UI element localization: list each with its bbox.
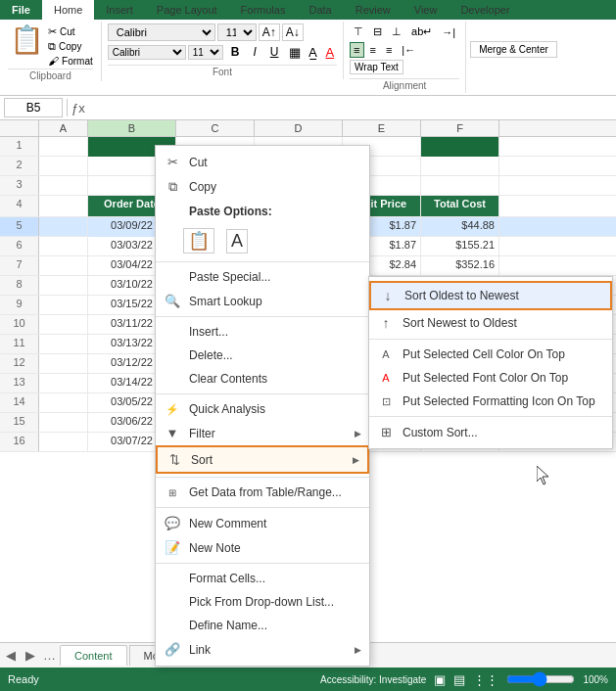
col-header-f[interactable]: F bbox=[421, 120, 499, 136]
sheet-nav-right[interactable]: ▶ bbox=[22, 645, 39, 666]
underline-button[interactable]: U bbox=[264, 43, 285, 61]
tab-review[interactable]: Review bbox=[344, 0, 403, 20]
sheet-tab-content[interactable]: Content bbox=[60, 645, 127, 666]
cell-reference-input[interactable] bbox=[4, 98, 63, 117]
col-header-c[interactable]: C bbox=[176, 120, 255, 136]
merge-center-button[interactable]: Merge & Center bbox=[470, 41, 557, 58]
function-icon[interactable]: ƒx bbox=[71, 101, 85, 115]
cell-a5[interactable] bbox=[39, 217, 88, 237]
tab-data[interactable]: Data bbox=[297, 0, 343, 20]
decrease-indent-button[interactable]: |← bbox=[398, 42, 419, 58]
cell-a11[interactable] bbox=[39, 335, 88, 354]
submenu-item-font-color[interactable]: A Put Selected Font Color On Top bbox=[369, 366, 612, 390]
tab-developer[interactable]: Developer bbox=[449, 0, 521, 20]
cell-f1[interactable] bbox=[421, 137, 499, 157]
menu-item-define-name[interactable]: Define Name... bbox=[156, 614, 369, 637]
menu-item-copy[interactable]: ⧉ Copy bbox=[156, 174, 369, 200]
cell-a3[interactable] bbox=[39, 176, 88, 196]
cell-a14[interactable] bbox=[39, 393, 88, 413]
view-break-icon[interactable]: ⋮⋮ bbox=[473, 672, 498, 687]
increase-font-button[interactable]: A↑ bbox=[259, 23, 280, 41]
paste-button[interactable]: 📋 bbox=[8, 22, 46, 58]
tab-insert[interactable]: Insert bbox=[94, 0, 145, 20]
wrap-text-button[interactable]: Wrap Text bbox=[350, 60, 403, 74]
submenu-item-sort-newest[interactable]: ↑ Sort Newest to Oldest bbox=[369, 310, 612, 336]
font-size-select[interactable]: 11 bbox=[217, 23, 257, 41]
tab-view[interactable]: View bbox=[403, 0, 450, 20]
submenu-item-custom-sort[interactable]: ⊞ Custom Sort... bbox=[369, 420, 612, 444]
bold-button[interactable]: B bbox=[225, 43, 246, 61]
align-top-button[interactable]: ⊤ bbox=[350, 23, 367, 40]
cell-f2[interactable] bbox=[421, 157, 499, 176]
cell-a10[interactable] bbox=[39, 315, 88, 335]
cell-f5[interactable]: $44.88 bbox=[421, 217, 499, 237]
format-painter-button[interactable]: 🖌 Format bbox=[48, 55, 93, 67]
border-icon[interactable]: ▦ bbox=[286, 44, 304, 61]
menu-item-clear-contents[interactable]: Clear Contents bbox=[156, 367, 369, 391]
paste-icon-1[interactable]: 📋 bbox=[183, 228, 214, 253]
accessibility-status[interactable]: Accessibility: Investigate bbox=[320, 674, 426, 685]
menu-item-pick-dropdown[interactable]: Pick From Drop-down List... bbox=[156, 590, 369, 614]
align-bottom-button[interactable]: ⊥ bbox=[388, 23, 405, 40]
paste-icon-2[interactable]: A bbox=[226, 229, 248, 253]
cell-a1[interactable] bbox=[39, 137, 88, 157]
submenu-item-cell-color[interactable]: A Put Selected Cell Color On Top bbox=[369, 343, 612, 366]
cell-a8[interactable] bbox=[39, 276, 88, 296]
sheet-nav-dots[interactable]: … bbox=[39, 645, 60, 666]
col-header-b[interactable]: B bbox=[88, 120, 176, 136]
menu-item-cut[interactable]: ✂ Cut bbox=[156, 150, 369, 174]
col-header-d[interactable]: D bbox=[255, 120, 343, 136]
orientation-button[interactable]: ab↵ bbox=[407, 23, 436, 40]
menu-item-link[interactable]: 🔗 Link bbox=[156, 637, 369, 662]
menu-item-sort[interactable]: ⇅ Sort bbox=[156, 445, 369, 474]
font-family-select[interactable]: Calibri bbox=[108, 23, 215, 41]
menu-item-smart-lookup[interactable]: 🔍 Smart Lookup bbox=[156, 289, 369, 313]
cell-f3[interactable] bbox=[421, 176, 499, 196]
formula-input[interactable] bbox=[89, 100, 612, 115]
submenu-item-formatting-icon[interactable]: ⊡ Put Selected Formatting Icon On Top bbox=[369, 390, 612, 413]
font-family-select2[interactable]: Calibri bbox=[108, 45, 186, 60]
cell-f4[interactable]: Total Cost bbox=[421, 196, 499, 216]
menu-item-format-cells[interactable]: Format Cells... bbox=[156, 567, 369, 590]
menu-item-paste-special[interactable]: Paste Special... bbox=[156, 265, 369, 289]
cell-a9[interactable] bbox=[39, 296, 88, 315]
cell-a16[interactable] bbox=[39, 433, 88, 452]
menu-item-new-comment[interactable]: 💬 New Comment bbox=[156, 511, 369, 535]
align-middle-button[interactable]: ⊟ bbox=[369, 23, 386, 40]
menu-item-quick-analysis[interactable]: ⚡ Quick Analysis bbox=[156, 397, 369, 421]
submenu-item-sort-oldest[interactable]: ↓ Sort Oldest to Newest bbox=[369, 281, 612, 310]
zoom-slider[interactable] bbox=[506, 672, 575, 686]
tab-page-layout[interactable]: Page Layout bbox=[145, 0, 229, 20]
cell-f7[interactable]: $352.16 bbox=[421, 256, 499, 276]
cut-button[interactable]: ✂ Cut bbox=[48, 25, 93, 38]
menu-item-new-note[interactable]: 📝 New Note bbox=[156, 535, 369, 560]
font-size-select2[interactable]: 11 bbox=[188, 45, 223, 60]
sheet-nav-left[interactable]: ◀ bbox=[0, 645, 22, 666]
align-left-button[interactable]: ≡ bbox=[350, 42, 363, 58]
cell-a13[interactable] bbox=[39, 374, 88, 393]
cell-a2[interactable] bbox=[39, 157, 88, 176]
col-header-e[interactable]: E bbox=[343, 120, 421, 136]
fill-color-icon[interactable]: A̲ bbox=[306, 44, 320, 61]
menu-item-paste-row[interactable]: 📋 A bbox=[156, 223, 369, 258]
menu-item-get-data[interactable]: ⊞ Get Data from Table/Range... bbox=[156, 481, 369, 504]
indent-increase-button[interactable]: →| bbox=[438, 23, 459, 40]
cell-a12[interactable] bbox=[39, 354, 88, 374]
tab-formulas[interactable]: Formulas bbox=[229, 0, 298, 20]
italic-button[interactable]: I bbox=[247, 43, 261, 61]
col-header-a[interactable]: A bbox=[39, 120, 88, 136]
menu-item-filter[interactable]: ▼ Filter bbox=[156, 421, 369, 445]
tab-file[interactable]: File bbox=[0, 0, 42, 20]
menu-item-insert[interactable]: Insert... bbox=[156, 320, 369, 344]
font-color-icon[interactable]: A bbox=[322, 44, 337, 61]
menu-item-delete[interactable]: Delete... bbox=[156, 344, 369, 367]
align-center-button[interactable]: ≡ bbox=[366, 42, 380, 58]
cell-a6[interactable] bbox=[39, 237, 88, 256]
view-normal-icon[interactable]: ▣ bbox=[434, 672, 446, 687]
tab-home[interactable]: Home bbox=[42, 0, 94, 20]
copy-ribbon-button[interactable]: ⧉ Copy bbox=[48, 40, 93, 53]
cell-f6[interactable]: $155.21 bbox=[421, 237, 499, 256]
align-right-button[interactable]: ≡ bbox=[382, 42, 396, 58]
decrease-font-button[interactable]: A↓ bbox=[282, 23, 304, 41]
cell-a15[interactable] bbox=[39, 413, 88, 433]
